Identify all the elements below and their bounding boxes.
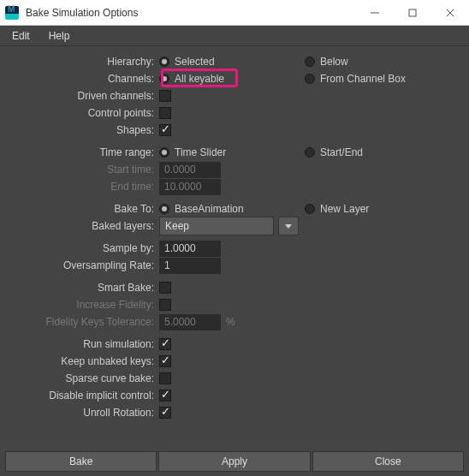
svg-rect-1	[409, 9, 416, 16]
label-smartbake: Smart Bake:	[9, 282, 159, 294]
label-sampleby: Sample by:	[9, 242, 159, 254]
label-bakedlayers: Baked layers:	[9, 220, 159, 232]
label-unroll: Unroll Rotation:	[9, 407, 159, 419]
label-keepunbaked: Keep unbaked keys:	[9, 355, 159, 367]
check-unroll[interactable]	[159, 407, 171, 419]
radio-label-baseanim: BaseAnimation	[175, 203, 244, 215]
close-button[interactable]	[431, 0, 469, 26]
footer-buttons: Bake Apply Close	[5, 451, 464, 472]
radio-label-selected: Selected	[175, 56, 215, 68]
label-sparse: Sparse curve bake:	[9, 372, 159, 384]
label-disableimpl: Disable implicit control:	[9, 390, 159, 402]
radio-timerange-slider[interactable]	[159, 147, 169, 158]
label-fidelitytol: Fidelity Keys Tolerance:	[9, 316, 159, 328]
close-dialog-button[interactable]: Close	[312, 451, 464, 472]
radio-hierarchy-below[interactable]	[305, 57, 315, 67]
label-endtime: End time:	[9, 181, 159, 193]
window-title: Bake Simulation Options	[26, 7, 356, 19]
minimize-button[interactable]	[356, 0, 394, 26]
app-icon	[5, 6, 19, 20]
dropdown-bakedlayers[interactable]: Keep	[159, 217, 274, 235]
radio-label-newlayer: New Layer	[320, 203, 369, 215]
label-hierarchy: Hierarchy:	[9, 56, 159, 68]
input-oversampling[interactable]	[159, 258, 221, 274]
check-disableimpl[interactable]	[159, 390, 171, 402]
radio-baketo-base[interactable]	[159, 204, 169, 214]
label-oversampling: Oversampling Rate:	[9, 259, 159, 271]
bake-button[interactable]: Bake	[5, 451, 157, 472]
label-timerange: Time range:	[9, 146, 159, 158]
label-incfidelity: Increase Fidelity:	[9, 299, 159, 311]
check-driven[interactable]	[159, 90, 171, 102]
radio-hierarchy-selected[interactable]	[159, 57, 169, 67]
label-controlpts: Control points:	[9, 107, 159, 119]
input-endtime	[159, 179, 221, 195]
menu-edit[interactable]: Edit	[5, 28, 37, 44]
maximize-button[interactable]	[394, 0, 431, 26]
input-fidelitytol	[159, 314, 221, 330]
label-starttime: Start time:	[9, 164, 159, 176]
label-shapes: Shapes:	[9, 124, 159, 136]
radio-label-timeslider: Time Slider	[175, 146, 226, 158]
radio-label-frombox: From Channel Box	[320, 73, 406, 85]
check-sparse[interactable]	[159, 372, 171, 384]
options-panel: Hierarchy: Selected Below Channels: All …	[0, 46, 469, 445]
apply-button[interactable]: Apply	[158, 451, 310, 472]
title-bar: Bake Simulation Options	[0, 0, 469, 26]
radio-timerange-startend[interactable]	[305, 147, 315, 158]
percent-label: %	[226, 316, 235, 328]
dropdown-bakedlayers-value: Keep	[165, 220, 189, 232]
radio-label-allkeyable: All keyable	[175, 73, 224, 85]
input-sampleby[interactable]	[159, 241, 221, 257]
check-controlpts[interactable]	[159, 107, 171, 119]
radio-channels-frombox[interactable]	[305, 74, 315, 84]
label-channels: Channels:	[9, 73, 159, 85]
check-incfidelity	[159, 299, 171, 311]
input-starttime	[159, 162, 221, 178]
dropdown-arrow-icon[interactable]	[278, 217, 299, 235]
menu-bar: Edit Help	[0, 26, 469, 46]
radio-label-startend: Start/End	[320, 146, 363, 158]
menu-help[interactable]: Help	[42, 28, 77, 44]
label-driven: Driven channels:	[9, 90, 159, 102]
check-smartbake[interactable]	[159, 282, 171, 294]
radio-channels-allkeyable[interactable]	[159, 74, 169, 84]
label-baketo: Bake To:	[9, 203, 159, 215]
check-shapes[interactable]	[159, 124, 171, 136]
label-runsim: Run simulation:	[9, 338, 159, 350]
check-keepunbaked[interactable]	[159, 355, 171, 367]
radio-label-below: Below	[320, 56, 348, 68]
radio-baketo-new[interactable]	[305, 204, 315, 214]
check-runsim[interactable]	[159, 338, 171, 350]
